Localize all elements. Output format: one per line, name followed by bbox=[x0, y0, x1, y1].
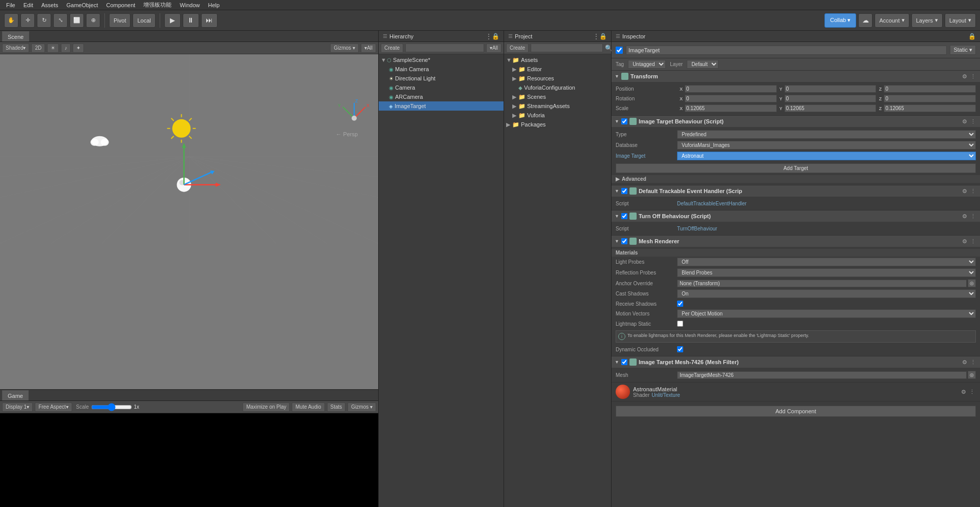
inspector-lock-button[interactable]: 🔒 bbox=[968, 33, 976, 40]
position-y-input[interactable] bbox=[785, 85, 877, 93]
project-item-scenes[interactable]: ▶ 📁 Scenes bbox=[504, 92, 611, 101]
scene-tab[interactable]: Scene bbox=[2, 31, 29, 41]
material-settings-icon[interactable]: ⚙ bbox=[960, 389, 967, 395]
project-item-assets[interactable]: ▼ 📁 Assets bbox=[504, 55, 611, 65]
hierarchy-all-dropdown[interactable]: ▾All bbox=[486, 44, 502, 53]
stats-button[interactable]: Stats bbox=[327, 403, 346, 412]
menu-gameobject[interactable]: GameObject bbox=[62, 0, 102, 10]
hierarchy-item-maincamera[interactable]: ◉ Main Camera bbox=[379, 65, 504, 74]
2d-button[interactable]: 2D bbox=[31, 44, 45, 53]
multi-tool[interactable]: ⊕ bbox=[86, 13, 100, 28]
gizmos-dropdown[interactable]: Gizmos ▾ bbox=[330, 44, 359, 53]
maximize-button[interactable]: Maximize on Play bbox=[243, 403, 290, 412]
transform-settings-icon[interactable]: ⚙ bbox=[961, 73, 968, 80]
local-button[interactable]: Local bbox=[133, 13, 155, 28]
mesh-renderer-header[interactable]: ▼ Mesh Renderer ⚙ ⋮ bbox=[612, 236, 980, 247]
trackable-menu-icon[interactable]: ⋮ bbox=[969, 188, 977, 195]
menu-component[interactable]: Component bbox=[102, 0, 139, 10]
turnoff-active-checkbox[interactable] bbox=[621, 213, 627, 219]
project-item-vuforia-config[interactable]: ◆ VuforiaConfiguration bbox=[504, 83, 611, 92]
material-name[interactable]: AstronautMaterial bbox=[633, 386, 957, 392]
reflection-probes-select[interactable]: Blend Probes bbox=[677, 268, 976, 277]
light-probes-select[interactable]: Off bbox=[677, 258, 976, 266]
all-dropdown[interactable]: ▾All bbox=[361, 44, 376, 53]
motion-vectors-select[interactable]: Per Object Motion bbox=[677, 309, 976, 318]
scale-z-input[interactable] bbox=[884, 104, 976, 112]
layers-dropdown[interactable]: Layers ▾ bbox=[911, 13, 943, 28]
dynamic-occluded-checkbox[interactable] bbox=[677, 346, 683, 352]
scale-slider[interactable] bbox=[91, 404, 132, 410]
light-toggle[interactable]: ☀ bbox=[47, 44, 59, 53]
hierarchy-create-dropdown[interactable]: Create bbox=[381, 44, 403, 53]
image-target-active-checkbox[interactable] bbox=[621, 118, 627, 124]
game-tab[interactable]: Game bbox=[2, 390, 29, 400]
hierarchy-item-samplescene[interactable]: ▼ ⬡ SampleScene* bbox=[379, 55, 504, 65]
object-active-checkbox[interactable] bbox=[616, 47, 623, 54]
static-button[interactable]: Static ▾ bbox=[950, 45, 976, 55]
transform-header[interactable]: ▼ Transform ⚙ ⋮ bbox=[612, 71, 980, 82]
shading-dropdown[interactable]: Shaded ▾ bbox=[2, 44, 29, 53]
step-button[interactable]: ⏭ bbox=[201, 13, 217, 28]
hierarchy-item-arcamera[interactable]: ◉ ARCamera bbox=[379, 92, 504, 101]
layout-dropdown[interactable]: Layout ▾ bbox=[945, 13, 976, 28]
cloud-button[interactable]: ☁ bbox=[858, 13, 873, 28]
add-component-button[interactable]: Add Component bbox=[616, 406, 976, 417]
menu-edit[interactable]: Edit bbox=[19, 0, 37, 10]
pause-button[interactable]: ⏸ bbox=[183, 13, 199, 28]
trackable-active-checkbox[interactable] bbox=[621, 188, 627, 194]
transform-menu-icon[interactable]: ⋮ bbox=[969, 73, 977, 80]
project-lock-button[interactable]: 🔒 bbox=[599, 33, 607, 40]
database-select[interactable]: VuforiaMarsi_Images bbox=[677, 141, 976, 150]
material-menu-icon[interactable]: ⋮ bbox=[968, 389, 976, 395]
scene-view[interactable]: X Y Z ← Persp bbox=[0, 54, 378, 389]
turnoff-menu-icon[interactable]: ⋮ bbox=[969, 213, 977, 220]
advanced-header[interactable]: ▶ Advanced bbox=[612, 175, 980, 183]
menu-assets[interactable]: Assets bbox=[37, 0, 62, 10]
lightmap-static-checkbox[interactable] bbox=[677, 321, 683, 327]
position-x-input[interactable] bbox=[685, 85, 777, 93]
trackable-header[interactable]: ▼ Default Trackable Event Handler (Scrip… bbox=[612, 185, 980, 197]
rect-tool[interactable]: ⬜ bbox=[70, 13, 84, 28]
collab-button[interactable]: Collab ▾ bbox=[824, 13, 856, 28]
menu-enhanced[interactable]: 增强板功能 bbox=[139, 0, 176, 10]
turnoff-settings-icon[interactable]: ⚙ bbox=[961, 213, 968, 220]
hand-tool[interactable]: ✋ bbox=[4, 13, 18, 28]
rotation-y-input[interactable] bbox=[785, 95, 877, 102]
receive-shadows-checkbox[interactable] bbox=[677, 301, 683, 307]
mesh-filter-settings-icon[interactable]: ⚙ bbox=[961, 359, 968, 366]
hierarchy-menu-button[interactable]: ⋮ bbox=[486, 33, 492, 40]
project-item-vuforia[interactable]: ▶ 📁 Vuforia bbox=[504, 111, 611, 120]
layer-select[interactable]: Default bbox=[687, 60, 718, 69]
mesh-renderer-active-checkbox[interactable] bbox=[621, 238, 627, 244]
mesh-renderer-settings-icon[interactable]: ⚙ bbox=[961, 238, 968, 245]
turnoff-header[interactable]: ▼ Turn Off Behaviour (Script) ⚙ ⋮ bbox=[612, 210, 980, 222]
hierarchy-item-directionallight[interactable]: ☀ Directional Light bbox=[379, 74, 504, 83]
project-menu-button[interactable]: ⋮ bbox=[593, 33, 599, 40]
menu-window[interactable]: Window bbox=[176, 0, 204, 10]
move-tool[interactable]: ✛ bbox=[20, 13, 35, 28]
image-target-settings-icon[interactable]: ⚙ bbox=[961, 118, 968, 125]
image-target-menu-icon[interactable]: ⋮ bbox=[969, 118, 977, 125]
mesh-renderer-menu-icon[interactable]: ⋮ bbox=[969, 238, 977, 245]
mesh-filter-header[interactable]: ▼ Image Target Mesh-7426 (Mesh Filter) ⚙… bbox=[612, 356, 980, 368]
scale-x-input[interactable] bbox=[685, 104, 777, 112]
account-dropdown[interactable]: Account ▾ bbox=[875, 13, 909, 28]
project-item-streaming[interactable]: ▶ 📁 StreamingAssets bbox=[504, 101, 611, 111]
anchor-override-pick-icon[interactable]: ◎ bbox=[968, 279, 976, 287]
game-gizmos-dropdown[interactable]: Gizmos ▾ bbox=[347, 403, 376, 412]
trackable-settings-icon[interactable]: ⚙ bbox=[961, 188, 968, 195]
scale-tool[interactable]: ⤡ bbox=[53, 13, 68, 28]
project-item-editor[interactable]: ▶ 📁 Editor bbox=[504, 65, 611, 74]
mesh-input[interactable] bbox=[677, 371, 967, 379]
project-item-packages[interactable]: ▶ 📁 Packages bbox=[504, 120, 611, 129]
hierarchy-item-imagetarget[interactable]: ◈ ImageTarget bbox=[379, 101, 504, 111]
rotate-tool[interactable]: ↻ bbox=[37, 13, 51, 28]
shader-value[interactable]: Unlit/Texture bbox=[651, 392, 680, 398]
effects-toggle[interactable]: ✦ bbox=[73, 44, 84, 53]
mesh-pick-icon[interactable]: ◎ bbox=[968, 371, 976, 379]
hierarchy-item-camera[interactable]: ◉ Camera bbox=[379, 83, 504, 92]
rotation-x-input[interactable] bbox=[685, 95, 777, 102]
tag-select[interactable]: Untagged bbox=[628, 60, 666, 69]
menu-file[interactable]: File bbox=[2, 0, 19, 10]
pivot-button[interactable]: Pivot bbox=[109, 13, 130, 28]
